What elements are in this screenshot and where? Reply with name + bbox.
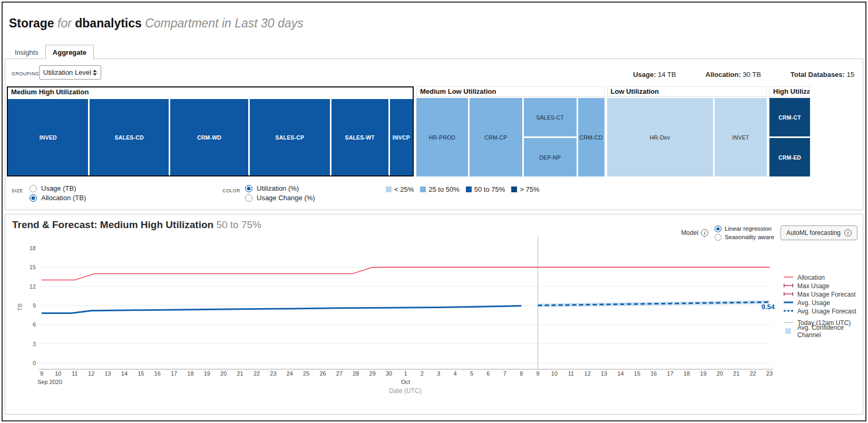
svg-text:9: 9 [40,370,43,377]
stat-total-databases: Total Databases: 15 [791,71,854,78]
svg-text:28: 28 [353,370,359,377]
svg-text:10: 10 [55,370,61,377]
svg-text:9: 9 [33,302,36,309]
grouping-select[interactable]: Utilization Level [39,65,101,80]
treemap-group-cells: CRM-CTCRM-ED [769,98,810,176]
chart-legend-item-avg-usage-forecast[interactable]: Avg. Usage Forecast [783,308,863,314]
svg-text:6: 6 [33,321,36,328]
utilization-legend-item-25-to-50: 25 to 50% [420,185,460,193]
treemap-cell-sales-wt[interactable]: SALES-WT [331,99,388,175]
treemap-group-high-utilizat[interactable]: High Utilizat... CRM-CTCRM-ED [769,86,810,176]
radio-color-usage-change-circle [245,194,252,202]
tab-insights[interactable]: Insights [8,45,45,60]
treemap-cell-crm-ct[interactable]: CRM-CT [769,98,810,136]
svg-text:14: 14 [617,370,623,377]
treemap-cell-invcp[interactable]: INVCP [390,99,413,175]
svg-text:TB: TB [17,303,23,311]
legend-color-swatch [511,186,517,192]
radio-model-linear-regression[interactable]: Linear regression [715,225,774,232]
svg-text:30: 30 [386,370,392,377]
svg-text:24: 24 [287,370,293,377]
trend-title: Trend & Forecast: Medium High Utilizatio… [12,219,261,231]
treemap: Medium High Utilization INVEDSALES-CDCRM… [7,86,810,176]
svg-text:Oct: Oct [401,379,410,385]
svg-text:12: 12 [30,283,36,290]
treemap-cell-dep-np[interactable]: DEP-NP [524,138,577,176]
svg-text:4: 4 [454,370,457,377]
svg-text:29: 29 [369,370,376,377]
title-compartment-name: dbanalytics [75,16,142,30]
chart-legend-item-avg-usage[interactable]: Avg. Usage [783,300,863,306]
size-label: SIZE [12,188,23,193]
radio-color-usage-change[interactable]: Usage Change (%) [245,194,315,202]
utilization-legend-item-50-to-75: 50 to 75% [466,185,505,193]
legend-color-swatch [466,186,472,192]
treemap-cell-crm-cp[interactable]: CRM-CP [470,98,522,176]
max-usage-swatch-icon [783,282,794,290]
avg-usage-swatch-icon [783,299,794,307]
svg-text:1: 1 [404,370,407,377]
treemap-cell-crm-wd[interactable]: CRM-WD [170,99,248,175]
chart-legend-item-allocation[interactable]: Allocation [783,274,863,281]
treemap-group-low-utilization[interactable]: Low Utilization HR-DevINVET [607,86,767,176]
svg-text:20: 20 [220,370,227,377]
treemap-cell-hr-prod[interactable]: HR-PROD [416,98,468,176]
trend-chart: 0369121518TB9101112131415161718192021222… [6,233,855,398]
radio-color-utilization[interactable]: Utilization (%) [245,184,315,192]
today-12am-utc-swatch-icon [783,319,794,327]
treemap-cell-hr-dev[interactable]: HR-Dev [607,98,713,176]
treemap-cell-sales-cd[interactable]: SALES-CD [90,99,168,175]
stat-usage: Usage: 14 TB [633,71,676,78]
svg-text:23: 23 [766,370,773,377]
legend-color-swatch [386,186,392,192]
svg-text:8: 8 [520,370,523,377]
radio-color-utilization-circle [245,185,252,192]
treemap-group-cells: INVEDSALES-CDCRM-WDSALES-CPSALES-WTINVCP [8,99,413,175]
treemap-cell-inved[interactable]: INVED [8,99,88,175]
summary-stats: Usage: 14 TBAllocation: 30 TBTotal Datab… [633,71,854,78]
title-for: for [57,16,72,30]
treemap-cell-sales-cp[interactable]: SALES-CP [250,99,329,175]
svg-text:26: 26 [319,370,326,377]
radio-model-linear-regression-circle [715,225,721,232]
chart-legend-item-max-usage[interactable]: Max Usage [783,283,863,289]
svg-text:25: 25 [303,370,309,377]
svg-text:0: 0 [33,360,36,366]
chart-legend-item-max-usage-forecast[interactable]: Max Usage Forecast [783,291,863,298]
svg-text:15: 15 [30,264,36,270]
treemap-group-title: Medium High Utilization [8,87,413,98]
legend-color-swatch [420,186,426,192]
svg-text:12: 12 [88,370,94,377]
svg-text:3: 3 [33,341,36,347]
utilization-legend-item-25: < 25% [386,185,414,193]
treemap-group-medium-high-utilization[interactable]: Medium High Utilization INVEDSALES-CDCRM… [7,86,414,176]
avg-usage-forecast-swatch-icon [783,308,794,316]
grouping-label: GROUPING [12,71,39,76]
allocation-swatch-icon [783,274,794,282]
svg-text:14: 14 [121,370,128,377]
radio-size-allocation-tb[interactable]: Allocation (TB) [30,194,86,202]
chart-legend-item-avg-confidence-channel[interactable]: Avg. Confidence Channel [783,328,863,335]
svg-text:Sep 2020: Sep 2020 [37,379,62,385]
color-radio-group: Utilization (%) Usage Change (%) [245,184,315,202]
title-storage: Storage [9,16,54,30]
svg-text:15: 15 [138,370,144,377]
size-radio-group: Usage (TB) Allocation (TB) [30,184,86,202]
svg-text:20: 20 [717,370,723,377]
svg-text:11: 11 [568,370,574,377]
radio-size-usage-tb-circle [30,185,37,192]
tab-aggregate[interactable]: Aggregate [45,45,94,60]
avg-confidence-channel-swatch-icon [783,328,794,336]
svg-text:22: 22 [253,370,260,377]
treemap-cell-invet[interactable]: INVET [715,98,767,176]
svg-text:2: 2 [421,370,424,377]
trend-title-range: 50 to 75% [216,219,261,230]
treemap-group-medium-low-utilization[interactable]: Medium Low Utilization HR-PRODCRM-CPSALE… [416,86,604,176]
treemap-cell-crm-cd[interactable]: CRM-CD [578,98,604,176]
svg-text:10: 10 [551,370,558,377]
treemap-cell-crm-ed[interactable]: CRM-ED [769,138,810,176]
stat-allocation: Allocation: 30 TB [706,71,761,78]
radio-size-usage-tb[interactable]: Usage (TB) [30,184,86,192]
svg-text:19: 19 [204,370,210,377]
treemap-cell-sales-ct[interactable]: SALES-CT [524,98,577,136]
